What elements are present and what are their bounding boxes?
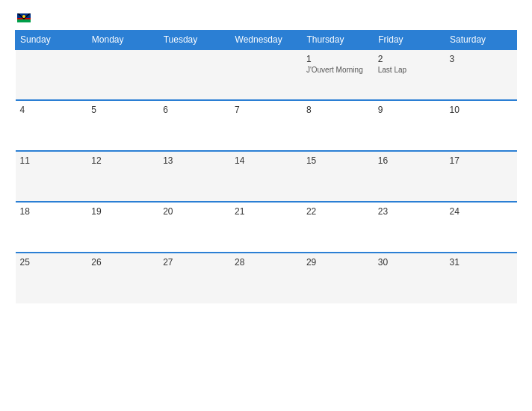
calendar-cell: 8 xyxy=(302,100,374,151)
calendar-cell: 25 xyxy=(16,253,87,303)
day-number: 23 xyxy=(378,206,441,217)
calendar-cell: 24 xyxy=(445,202,517,253)
event-label: Last Lap xyxy=(378,66,441,74)
day-number: 30 xyxy=(378,257,441,268)
day-number: 28 xyxy=(235,257,297,268)
calendar-cell: 14 xyxy=(230,151,302,202)
svg-point-6 xyxy=(22,15,25,18)
day-number: 15 xyxy=(306,155,369,166)
day-number: 4 xyxy=(20,105,83,115)
calendar-week-row: 45678910 xyxy=(16,100,517,151)
calendar-cell xyxy=(16,49,87,100)
calendar-cell: 4 xyxy=(16,100,87,151)
day-header-monday: Monday xyxy=(87,31,158,50)
calendar-table: SundayMondayTuesdayWednesdayThursdayFrid… xyxy=(15,30,517,303)
calendar-cell: 3 xyxy=(445,49,517,100)
calendar-cell: 19 xyxy=(87,202,158,253)
calendar-cell: 10 xyxy=(445,100,517,151)
calendar-cell: 17 xyxy=(445,151,517,202)
day-header-sunday: Sunday xyxy=(16,31,87,50)
day-number: 3 xyxy=(450,54,513,64)
day-number: 2 xyxy=(378,54,441,64)
day-number: 13 xyxy=(163,155,226,166)
day-number: 20 xyxy=(163,206,226,217)
calendar-cell: 20 xyxy=(158,202,230,253)
calendar-cell: 12 xyxy=(87,151,158,202)
calendar-cell: 30 xyxy=(374,253,445,303)
day-number: 12 xyxy=(91,155,154,166)
calendar-cell xyxy=(87,49,158,100)
calendar-cell: 21 xyxy=(230,202,302,253)
day-number: 25 xyxy=(20,257,83,268)
day-number: 9 xyxy=(378,105,441,115)
calendar-header: SundayMondayTuesdayWednesdayThursdayFrid… xyxy=(16,31,517,50)
calendar-cell: 5 xyxy=(87,100,158,151)
header xyxy=(15,13,517,22)
calendar-week-row: 18192021222324 xyxy=(16,202,517,253)
calendar-week-row: 1J'Ouvert Morning2Last Lap3 xyxy=(16,49,517,100)
day-number: 5 xyxy=(91,105,154,115)
day-number: 14 xyxy=(235,155,297,166)
calendar-cell: 13 xyxy=(158,151,230,202)
day-header-friday: Friday xyxy=(374,31,445,50)
svg-rect-2 xyxy=(17,19,31,22)
days-header-row: SundayMondayTuesdayWednesdayThursdayFrid… xyxy=(16,31,517,50)
day-header-wednesday: Wednesday xyxy=(230,31,302,50)
day-number: 24 xyxy=(450,206,513,217)
calendar-cell: 7 xyxy=(230,100,302,151)
calendar-cell: 29 xyxy=(302,253,374,303)
calendar-cell: 9 xyxy=(374,100,445,151)
day-number: 6 xyxy=(163,105,226,115)
day-number: 22 xyxy=(306,206,369,217)
calendar-body: 1J'Ouvert Morning2Last Lap34567891011121… xyxy=(16,49,517,303)
logo xyxy=(15,13,31,22)
calendar-cell: 23 xyxy=(374,202,445,253)
calendar-week-row: 11121314151617 xyxy=(16,151,517,202)
calendar-cell xyxy=(158,49,230,100)
logo-flag-icon xyxy=(17,13,31,22)
day-number: 1 xyxy=(306,54,369,64)
calendar-cell: 22 xyxy=(302,202,374,253)
day-header-thursday: Thursday xyxy=(302,31,374,50)
day-number: 26 xyxy=(91,257,154,268)
day-number: 21 xyxy=(235,206,297,217)
day-number: 16 xyxy=(378,155,441,166)
calendar-cell: 27 xyxy=(158,253,230,303)
calendar-cell: 18 xyxy=(16,202,87,253)
day-number: 17 xyxy=(450,155,513,166)
calendar-cell: 1J'Ouvert Morning xyxy=(302,49,374,100)
day-number: 18 xyxy=(20,206,83,217)
day-number: 31 xyxy=(450,257,513,268)
day-number: 19 xyxy=(91,206,154,217)
day-number: 7 xyxy=(235,105,297,115)
day-number: 10 xyxy=(450,105,513,115)
event-label: J'Ouvert Morning xyxy=(306,66,369,74)
calendar-cell: 6 xyxy=(158,100,230,151)
calendar-page: SundayMondayTuesdayWednesdayThursdayFrid… xyxy=(0,0,532,411)
calendar-cell: 11 xyxy=(16,151,87,202)
day-number: 27 xyxy=(163,257,226,268)
day-header-saturday: Saturday xyxy=(445,31,517,50)
day-header-tuesday: Tuesday xyxy=(158,31,230,50)
calendar-cell: 28 xyxy=(230,253,302,303)
calendar-cell: 26 xyxy=(87,253,158,303)
day-number: 8 xyxy=(306,105,369,115)
calendar-cell: 31 xyxy=(445,253,517,303)
calendar-cell: 2Last Lap xyxy=(374,49,445,100)
day-number: 11 xyxy=(20,155,83,166)
calendar-cell: 16 xyxy=(374,151,445,202)
day-number: 29 xyxy=(306,257,369,268)
calendar-week-row: 25262728293031 xyxy=(16,253,517,303)
calendar-cell xyxy=(230,49,302,100)
calendar-cell: 15 xyxy=(302,151,374,202)
